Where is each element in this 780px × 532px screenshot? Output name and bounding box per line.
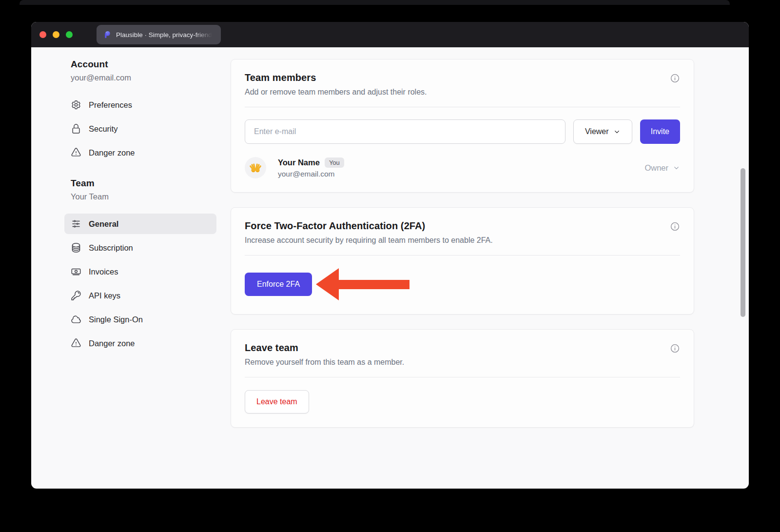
fullscreen-window-button[interactable] bbox=[66, 31, 73, 38]
minimize-window-button[interactable] bbox=[53, 31, 59, 38]
leave-team-description: Remove yourself from this team as a memb… bbox=[245, 358, 404, 367]
avatar bbox=[245, 157, 266, 178]
database-icon bbox=[71, 242, 81, 253]
traffic-lights bbox=[39, 31, 73, 38]
annotation-arrow-left-icon bbox=[316, 268, 410, 300]
key-icon bbox=[71, 290, 81, 301]
chevron-down-icon bbox=[673, 164, 680, 172]
close-window-button[interactable] bbox=[39, 31, 46, 38]
member-name: Your Name bbox=[278, 158, 320, 167]
team-heading: Team bbox=[71, 178, 217, 189]
scrollbar[interactable] bbox=[741, 168, 745, 317]
member-role-value: Owner bbox=[644, 163, 668, 173]
sidebar-item-danger-zone-account[interactable]: Danger zone bbox=[64, 142, 216, 163]
browser-tab[interactable]: Plausible · Simple, privacy-friend bbox=[97, 25, 221, 44]
leave-team-title: Leave team bbox=[245, 342, 404, 354]
warning-triangle-icon bbox=[71, 147, 81, 158]
account-email: your@email.com bbox=[71, 73, 217, 82]
force-2fa-card: Force Two-Factor Authentication (2FA) In… bbox=[231, 207, 694, 315]
screenshot-canvas: Plausible · Simple, privacy-friend Accou… bbox=[0, 0, 780, 532]
sidebar-item-label: Security bbox=[89, 124, 118, 134]
sidebar-item-label: API keys bbox=[89, 291, 120, 300]
team-name: Your Team bbox=[71, 192, 217, 201]
chevron-down-icon bbox=[613, 128, 621, 136]
sidebar-item-invoices[interactable]: Invoices bbox=[64, 261, 216, 282]
you-badge: You bbox=[325, 158, 344, 168]
browser-titlebar: Plausible · Simple, privacy-friend bbox=[31, 22, 749, 47]
sidebar-item-label: Single Sign-On bbox=[89, 315, 143, 324]
invite-email-input[interactable] bbox=[245, 119, 566, 144]
sidebar-item-label: Danger zone bbox=[89, 339, 135, 348]
team-members-description: Add or remove team members and adjust th… bbox=[245, 88, 427, 97]
sidebar-item-subscription[interactable]: Subscription bbox=[64, 237, 216, 258]
member-email: your@email.com bbox=[278, 170, 344, 178]
invite-button[interactable]: Invite bbox=[640, 119, 680, 144]
sidebar-item-label: Invoices bbox=[89, 267, 118, 276]
team-nav: General Subscription Invoices bbox=[71, 214, 217, 354]
team-members-card: Team members Add or remove team members … bbox=[231, 59, 694, 193]
sliders-icon bbox=[71, 218, 81, 229]
sidebar-item-label: Preferences bbox=[89, 100, 132, 110]
divider bbox=[245, 255, 680, 256]
info-icon[interactable] bbox=[670, 221, 680, 232]
browser-window: Plausible · Simple, privacy-friend Accou… bbox=[31, 22, 749, 489]
info-icon[interactable] bbox=[670, 343, 680, 354]
sidebar-item-general[interactable]: General bbox=[64, 214, 216, 234]
settings-main: Team members Add or remove team members … bbox=[231, 59, 694, 489]
divider bbox=[245, 107, 680, 107]
force-2fa-title: Force Two-Factor Authentication (2FA) bbox=[245, 220, 493, 232]
plausible-favicon bbox=[103, 30, 112, 39]
background-window-edge bbox=[20, 0, 730, 5]
account-heading: Account bbox=[71, 59, 217, 70]
gear-icon bbox=[71, 99, 81, 110]
invite-form: Viewer Invite bbox=[245, 119, 680, 144]
sidebar-item-api-keys[interactable]: API keys bbox=[64, 285, 216, 306]
leave-team-card: Leave team Remove yourself from this tea… bbox=[231, 329, 694, 428]
banknote-icon bbox=[71, 266, 81, 277]
role-select-value: Viewer bbox=[585, 127, 609, 136]
sidebar-item-danger-zone-team[interactable]: Danger zone bbox=[64, 333, 216, 354]
member-row: Your Name You your@email.com Owner bbox=[245, 157, 680, 178]
lock-icon bbox=[71, 123, 81, 134]
settings-sidebar: Account your@email.com Preferences Secur… bbox=[71, 59, 217, 489]
invite-role-select[interactable]: Viewer bbox=[573, 119, 632, 144]
sidebar-item-preferences[interactable]: Preferences bbox=[64, 95, 216, 115]
warning-triangle-icon bbox=[71, 338, 81, 349]
open-hands-emoji bbox=[248, 160, 263, 175]
cloud-icon bbox=[71, 314, 81, 325]
sidebar-item-security[interactable]: Security bbox=[64, 118, 216, 139]
enforce-2fa-button[interactable]: Enforce 2FA bbox=[245, 273, 312, 296]
force-2fa-description: Increase account security by requiring a… bbox=[245, 236, 493, 245]
account-nav: Preferences Security Danger zone bbox=[71, 95, 217, 163]
tab-title: Plausible · Simple, privacy-friend bbox=[116, 31, 212, 39]
leave-team-button[interactable]: Leave team bbox=[245, 390, 309, 414]
sidebar-item-single-sign-on[interactable]: Single Sign-On bbox=[64, 309, 216, 330]
sidebar-item-label: Danger zone bbox=[89, 148, 135, 158]
page-content: Account your@email.com Preferences Secur… bbox=[31, 47, 749, 489]
sidebar-item-label: General bbox=[89, 219, 118, 229]
info-icon[interactable] bbox=[670, 73, 680, 83]
divider bbox=[245, 377, 680, 377]
team-members-title: Team members bbox=[245, 72, 427, 83]
member-role-select[interactable]: Owner bbox=[644, 163, 680, 173]
sidebar-item-label: Subscription bbox=[89, 243, 133, 253]
